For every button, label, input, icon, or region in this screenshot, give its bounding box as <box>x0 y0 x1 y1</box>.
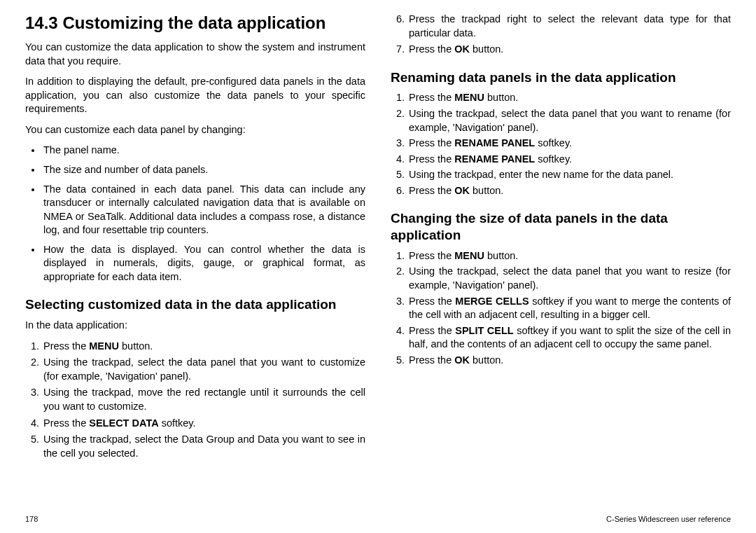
page-number: 178 <box>25 515 38 523</box>
para-intro-3: You can customize each data panel by cha… <box>25 123 365 137</box>
section-heading: 14.3 Customizing the data application <box>25 13 365 34</box>
step-item: Using the trackpad, enter the new name f… <box>407 168 731 182</box>
bullet-item: How the data is displayed. You can contr… <box>42 243 365 284</box>
step-item: Press the OK button. <box>407 184 731 198</box>
steps-renaming: Press the MENU button. Using the trackpa… <box>391 91 731 198</box>
para-intro-1: You can customize the data application t… <box>25 41 365 68</box>
steps-resizing: Press the MENU button. Using the trackpa… <box>391 249 731 368</box>
subheading-resizing: Changing the size of data panels in the … <box>391 210 731 244</box>
para-intro-2: In addition to displaying the default, p… <box>25 75 365 116</box>
bullet-item: The data contained in each data panel. T… <box>42 183 365 237</box>
step-item: Press the MENU button. <box>407 249 731 263</box>
para-selecting-intro: In the data application: <box>25 319 365 333</box>
footer-reference: C-Series Widescreen user reference <box>606 515 731 523</box>
step-item: Using the trackpad, select the data pane… <box>407 265 731 292</box>
page-footer: 178 C-Series Widescreen user reference <box>25 515 731 523</box>
bullet-item: The size and number of data panels. <box>42 163 365 177</box>
step-item: Using the trackpad, select the data pane… <box>42 356 365 383</box>
subheading-renaming: Renaming data panels in the data applica… <box>391 69 731 86</box>
step-item: Press the RENAME PANEL softkey. <box>407 153 731 167</box>
step-item: Press the MENU button. <box>407 91 731 105</box>
step-item: Press the SELECT DATA softkey. <box>42 417 365 431</box>
step-item: Press the OK button. <box>407 354 731 368</box>
step-item: Press the MENU button. <box>42 340 365 354</box>
step-item: Press the MERGE CELLS softkey if you wan… <box>407 295 731 322</box>
step-item: Press the SPLIT CELL softkey if you want… <box>407 324 731 352</box>
step-item: Using the trackpad, select the data pane… <box>407 107 731 134</box>
step-item: Press the RENAME PANEL softkey. <box>407 137 731 151</box>
bullet-list: The panel name. The size and number of d… <box>25 144 365 284</box>
step-item: Press the OK button. <box>407 43 731 57</box>
bullet-item: The panel name. <box>42 144 365 158</box>
subheading-selecting: Selecting customized data in the data ap… <box>25 296 365 313</box>
step-item: Using the trackpad, select the Data Grou… <box>42 433 365 460</box>
step-item: Using the trackpad, move the red rectang… <box>42 386 365 413</box>
step-item: Press the trackpad right to select the r… <box>407 13 731 40</box>
page-content: 14.3 Customizing the data application Yo… <box>25 13 731 489</box>
